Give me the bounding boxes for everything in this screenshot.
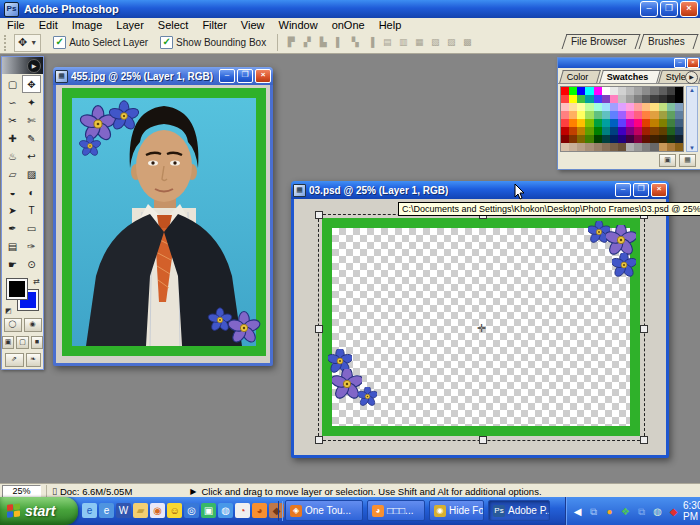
restore-button[interactable]: ❐ [660,1,678,17]
image-viewer-icon[interactable]: ▣ [201,503,216,518]
color-swatch[interactable] [618,103,626,111]
tray-network-icon[interactable]: ⧉ [587,505,600,518]
color-swatch[interactable] [626,103,634,111]
distribute-right-edges[interactable]: ▩ [460,36,474,49]
color-swatch[interactable] [675,135,683,143]
color-swatch[interactable] [642,95,650,103]
tray-downloader-icon[interactable]: ● [603,505,616,518]
palette-scrollbar[interactable]: ▲ ▼ [686,86,698,152]
color-swatch[interactable] [667,111,675,119]
color-swatch[interactable] [650,111,658,119]
auto-select-layer-checkbox[interactable]: ✓ Auto Select Layer [53,36,148,49]
distribute-bottom-edges[interactable]: ▦ [412,36,426,49]
menu-item[interactable]: Layer [109,19,151,31]
color-swatch[interactable] [569,127,577,135]
shape-tool[interactable]: ▭ [22,219,41,237]
color-swatch[interactable] [659,127,667,135]
media-player-icon[interactable]: ◉ [150,503,165,518]
color-swatch[interactable] [561,87,569,95]
color-swatch[interactable] [602,119,610,127]
internet-explorer-icon[interactable]: e [82,503,97,518]
color-swatch[interactable] [594,87,602,95]
color-swatch[interactable] [642,119,650,127]
color-swatch[interactable] [618,135,626,143]
color-swatch[interactable] [675,111,683,119]
globe-app-icon[interactable]: ◍ [218,503,233,518]
gradient-tool[interactable]: ▨ [22,165,41,183]
transform-handle[interactable] [640,436,648,444]
color-swatch[interactable] [610,119,618,127]
align-horizontal-centers[interactable]: ▚ [348,36,362,49]
internet-explorer-2-icon[interactable]: e [99,503,114,518]
color-swatch[interactable] [602,103,610,111]
eyedropper-tool[interactable]: ✑ [22,237,41,255]
color-swatch[interactable] [667,119,675,127]
doc2-canvas[interactable]: ✛ [294,199,666,455]
new-swatch-button[interactable]: ▣ [659,154,676,167]
blue-app-icon[interactable]: ◎ [184,503,199,518]
color-swatch[interactable] [626,143,634,151]
distribute-horizontal-centers[interactable]: ▨ [444,36,458,49]
color-swatch[interactable] [610,135,618,143]
color-swatch[interactable] [642,111,650,119]
scroll-up-icon[interactable]: ▲ [687,87,697,93]
tip-arrow-icon[interactable]: ▶ [190,487,196,496]
firefox-icon[interactable]: ◕ [252,503,267,518]
doc1-maximize-button[interactable]: ❐ [237,69,253,83]
doc1-titlebar[interactable]: ▦ 455.jpg @ 25% (Layer 1, RGB) – ❐ × [53,67,273,85]
folder-icon[interactable]: ▰ [133,503,148,518]
transform-handle[interactable] [315,436,323,444]
color-swatch[interactable] [634,103,642,111]
doc2-titlebar[interactable]: ▦ 03.psd @ 25% (Layer 1, RGB) – ❐ × [291,181,669,199]
color-swatch[interactable] [626,87,634,95]
palette-titlebar[interactable]: – × [558,58,700,68]
notes-tool[interactable]: ▤ [3,237,22,255]
color-swatch[interactable] [659,103,667,111]
slice-tool[interactable]: ✄ [22,111,41,129]
color-swatch[interactable] [610,87,618,95]
transform-handle[interactable] [479,436,487,444]
palette-tab[interactable]: Color [559,70,600,83]
color-swatch[interactable] [667,103,675,111]
history-brush-tool[interactable]: ↩ [22,147,41,165]
color-swatch[interactable] [626,119,634,127]
color-swatch[interactable] [659,143,667,151]
color-swatch[interactable] [594,119,602,127]
color-swatch[interactable] [634,143,642,151]
color-swatch[interactable] [602,87,610,95]
doc1-minimize-button[interactable]: – [219,69,235,83]
palette-close-button[interactable]: × [687,58,699,68]
minimize-button[interactable]: – [640,1,658,17]
close-button[interactable]: × [680,1,698,17]
fullscreen-menubar-button[interactable]: ▢ [16,336,28,349]
color-swatch[interactable] [626,135,634,143]
color-swatch[interactable] [659,111,667,119]
color-swatch[interactable] [642,135,650,143]
color-swatch[interactable] [569,143,577,151]
color-swatch[interactable] [594,127,602,135]
tray-diamond-app-icon[interactable]: ◆ [667,505,680,518]
zoom-level-field[interactable]: 25% [2,485,41,498]
color-swatch[interactable] [642,143,650,151]
color-swatch[interactable] [561,103,569,111]
color-swatch[interactable] [577,119,585,127]
swap-colors-icon[interactable]: ⇄ [33,277,40,286]
color-swatch[interactable] [618,119,626,127]
document-window-455jpg[interactable]: ▦ 455.jpg @ 25% (Layer 1, RGB) – ❐ × [53,67,273,366]
scroll-down-icon[interactable]: ▼ [687,145,697,151]
zoom-tool[interactable]: ⊙ [22,255,41,273]
color-swatch[interactable] [675,127,683,135]
color-swatch[interactable] [610,127,618,135]
color-swatch[interactable] [577,135,585,143]
color-swatch[interactable] [667,135,675,143]
menu-item[interactable]: onOne [325,19,372,31]
menu-item[interactable]: Select [151,19,196,31]
app-titlebar[interactable]: Ps Adobe Photoshop – ❐ × [0,0,700,18]
color-swatch[interactable] [675,87,683,95]
color-swatch[interactable] [618,127,626,135]
align-bottom-edges[interactable]: ▙ [316,36,330,49]
menu-item[interactable]: Edit [32,19,65,31]
clone-stamp-tool[interactable]: ♨ [3,147,22,165]
color-swatch[interactable] [650,103,658,111]
color-swatch[interactable] [659,87,667,95]
